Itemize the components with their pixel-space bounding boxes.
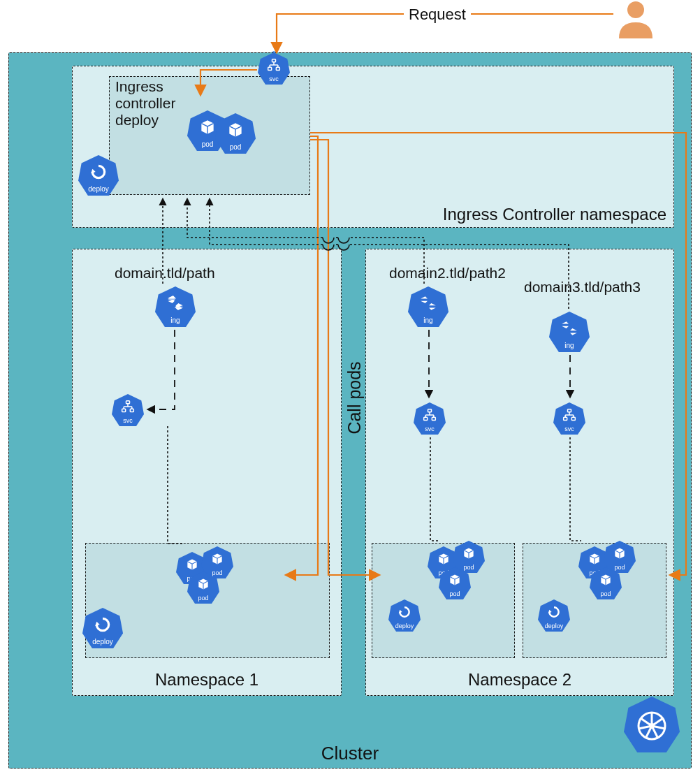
icon-label: pod [215, 143, 256, 151]
cluster-label: Cluster [9, 743, 691, 764]
svg-marker-20 [176, 308, 183, 310]
domain3-label: domain3.tld/path3 [524, 279, 641, 296]
ingress-controller-namespace: Ingress Controller namespace Ingress con… [72, 66, 674, 228]
svg-rect-36 [428, 409, 432, 412]
pod-icon: pod [439, 567, 471, 599]
icon-label: ing [408, 316, 449, 324]
icon-label: svc [112, 417, 144, 424]
svg-marker-35 [570, 333, 577, 335]
svg-rect-22 [122, 409, 126, 412]
deploy-icon: deploy [538, 599, 570, 632]
icon-label: deploy [538, 622, 570, 629]
icon-label: deploy [388, 622, 421, 629]
deploy-icon: deploy [78, 155, 119, 196]
pod-icon: pod [215, 113, 256, 154]
deploy-icon: deploy [82, 608, 123, 648]
svc-icon: svc [258, 52, 290, 85]
svg-rect-45 [571, 417, 575, 420]
ing-icon: ing [549, 312, 590, 352]
svg-marker-29 [421, 301, 428, 303]
svg-rect-10 [272, 59, 276, 62]
pod-icon: pod [590, 567, 622, 599]
namespace-2-label: Namespace 2 [366, 670, 673, 690]
call-pods-label: Call pods [344, 361, 365, 434]
deploy-icon: deploy [388, 599, 421, 632]
ing-icon: ing [155, 286, 196, 327]
svg-rect-43 [568, 409, 571, 412]
namespace-1-label: Namespace 1 [73, 670, 341, 690]
icon-label: svc [258, 75, 290, 82]
svg-marker-17 [168, 296, 175, 298]
svg-point-0 [627, 1, 644, 18]
svg-marker-32 [562, 321, 569, 323]
icon-label: pod [439, 590, 471, 597]
svg-marker-30 [429, 303, 436, 305]
svg-rect-21 [126, 401, 130, 404]
svg-marker-33 [562, 326, 569, 328]
svc-icon: svc [414, 402, 446, 435]
svg-marker-18 [168, 301, 175, 303]
ic-deploy-label: Ingress controller deploy [115, 78, 199, 129]
kubernetes-logo-icon [624, 697, 680, 752]
svg-rect-12 [276, 67, 279, 70]
icon-label: ing [155, 316, 196, 324]
icon-label: svc [414, 425, 446, 432]
icon-label: deploy [82, 638, 123, 646]
svg-line-9 [641, 718, 652, 726]
svg-rect-44 [564, 417, 567, 420]
svg-marker-34 [570, 328, 577, 330]
icon-label: ing [549, 342, 590, 349]
svc-icon: svc [112, 394, 144, 426]
svg-rect-38 [432, 417, 435, 420]
svg-rect-11 [268, 67, 272, 70]
domain2-label: domain2.tld/path2 [389, 265, 506, 282]
pod-icon: pod [187, 571, 219, 604]
svc-icon: svc [553, 402, 585, 435]
icon-label: svc [553, 425, 585, 432]
ing-icon: ing [408, 286, 449, 327]
svg-marker-31 [429, 308, 436, 310]
svg-marker-28 [421, 296, 428, 298]
svg-line-4 [652, 718, 663, 726]
diagram-stage: Request Cluster Ingress Controller names… [0, 0, 700, 772]
domain1-label: domain.tld/path [115, 265, 215, 282]
user-icon [615, 0, 657, 38]
icon-label: pod [590, 590, 622, 597]
svg-rect-37 [424, 417, 428, 420]
icon-label: deploy [78, 185, 119, 193]
icon-label: pod [187, 595, 219, 602]
svg-marker-19 [176, 303, 183, 305]
svg-rect-23 [130, 409, 133, 412]
request-label: Request [409, 6, 466, 24]
ic-namespace-label: Ingress Controller namespace [443, 205, 666, 224]
